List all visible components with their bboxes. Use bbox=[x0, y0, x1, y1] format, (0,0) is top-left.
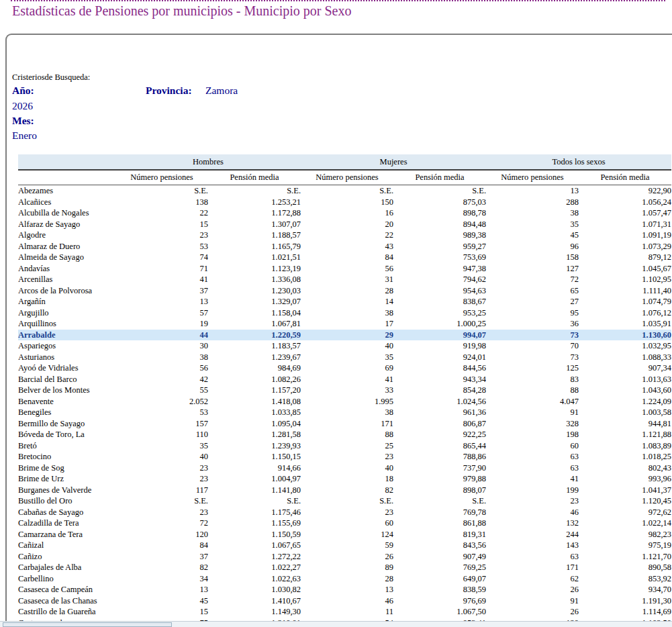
table-row[interactable]: Benavente 2.052 1.418,08 1.995 1.024,56 … bbox=[18, 396, 671, 407]
todos-numero-cell: 70 bbox=[486, 340, 579, 352]
todos-numero-cell: 88 bbox=[486, 385, 579, 396]
mujeres-numero-cell: 40 bbox=[301, 463, 393, 474]
mujeres-media-cell: 994,07 bbox=[393, 330, 486, 341]
table-row[interactable]: Andavías 71 1.123,19 56 947,38 127 1.045… bbox=[18, 263, 671, 275]
mujeres-numero-cell: 23 bbox=[301, 451, 393, 463]
table-row[interactable]: Argañín 13 1.329,07 14 838,67 27 1.074,7… bbox=[18, 296, 671, 307]
hombres-media-cell: 1.410,67 bbox=[208, 595, 301, 607]
municipality-cell: Camarzana de Tera bbox=[18, 529, 115, 540]
municipality-cell: Arquillinos bbox=[18, 318, 115, 330]
table-row[interactable]: Calzadilla de Tera 72 1.155,69 60 861,88… bbox=[18, 518, 671, 529]
horizontal-scrollbar[interactable] bbox=[0, 621, 672, 627]
table-row[interactable]: Bustillo del Oro S.E. S.E. S.E. S.E. 23 … bbox=[18, 495, 671, 507]
hombres-numero-cell: 37 bbox=[115, 285, 208, 297]
table-row[interactable]: Asturianos 38 1.239,67 35 924,01 73 1.08… bbox=[18, 352, 671, 363]
hombres-numero-cell: 110 bbox=[115, 429, 208, 440]
todos-media-cell: 1.111,40 bbox=[579, 285, 671, 297]
municipality-cell: Bretocino bbox=[18, 451, 115, 463]
todos-media-cell: 1.071,31 bbox=[579, 219, 671, 230]
table-row[interactable]: Casaseca de las Chanas 45 1.410,67 46 97… bbox=[18, 595, 671, 607]
table-row[interactable]: Camarzana de Tera 120 1.150,59 124 819,3… bbox=[18, 529, 671, 540]
hombres-media-cell: S.E. bbox=[208, 495, 301, 507]
todos-media-cell: 975,19 bbox=[579, 540, 671, 551]
table-row[interactable]: Bretó 35 1.239,93 25 865,44 60 1.083,89 bbox=[18, 440, 671, 452]
table-row[interactable]: Algodre 23 1.188,57 22 989,38 45 1.091,1… bbox=[18, 230, 671, 241]
table-row[interactable]: Abezames S.E. S.E. S.E. S.E. 13 922,90 bbox=[18, 185, 671, 197]
table-row[interactable]: Bermillo de Sayago 157 1.095,04 171 806,… bbox=[18, 418, 671, 430]
mujeres-media-cell: 989,38 bbox=[393, 230, 486, 241]
todos-media-cell: 1.022,14 bbox=[579, 518, 671, 529]
group-header-row: Hombres Mujeres Todos los sexos bbox=[18, 154, 671, 170]
municipality-cell: Argujillo bbox=[18, 307, 115, 319]
mujeres-numero-cell: 16 bbox=[301, 207, 393, 219]
table-row[interactable]: Alcañices 138 1.253,21 150 875,03 288 1.… bbox=[18, 197, 671, 208]
hombres-numero-cell: 120 bbox=[115, 529, 208, 540]
municipality-cell: Cañizal bbox=[18, 540, 115, 551]
todos-numero-cell: 62 bbox=[486, 573, 579, 585]
hombres-numero-cell: 23 bbox=[115, 463, 208, 474]
todos-media-cell: 907,34 bbox=[579, 363, 671, 374]
table-row[interactable]: Cañizal 84 1.067,65 59 843,56 143 975,19 bbox=[18, 540, 671, 551]
mujeres-media-cell: 649,07 bbox=[393, 573, 486, 585]
table-row[interactable]: Arcenillas 41 1.336,08 31 794,62 72 1.10… bbox=[18, 274, 671, 285]
todos-media-cell: 993,96 bbox=[579, 473, 671, 485]
table-row[interactable]: Castrillo de la Guareña 15 1.149,30 11 1… bbox=[18, 606, 671, 618]
hombres-numero-cell: 23 bbox=[115, 230, 208, 241]
todos-numero-cell: 73 bbox=[486, 330, 579, 341]
table-row[interactable]: Aspariegos 30 1.183,57 40 919,98 70 1.03… bbox=[18, 340, 671, 352]
table-row[interactable]: Bóveda de Toro, La 110 1.281,58 88 922,2… bbox=[18, 429, 671, 440]
hombres-media-cell: 1.158,04 bbox=[208, 307, 301, 319]
table-row[interactable]: Arrabalde 44 1.220,59 29 994,07 73 1.130… bbox=[18, 330, 671, 341]
municipality-cell: Arcenillas bbox=[18, 274, 115, 285]
page-title[interactable]: Estadísticas de Pensiones por municipios… bbox=[12, 3, 352, 19]
mujeres-media-cell: 1.000,25 bbox=[393, 318, 486, 330]
table-row[interactable]: Alcubilla de Nogales 22 1.172,88 16 898,… bbox=[18, 207, 671, 219]
table-row[interactable]: Arquillinos 19 1.067,81 17 1.000,25 36 1… bbox=[18, 318, 671, 330]
table-row[interactable]: Cabañas de Sayago 23 1.175,46 23 769,78 … bbox=[18, 507, 671, 518]
table-row[interactable]: Casaseca de Campeán 13 1.030,82 13 838,5… bbox=[18, 584, 671, 595]
municipality-cell: Bóveda de Toro, La bbox=[18, 429, 115, 440]
hombres-media-cell: 914,66 bbox=[208, 463, 301, 474]
hombres-media-cell: 1.188,57 bbox=[208, 230, 301, 241]
table-row[interactable]: Barcial del Barco 42 1.082,26 41 943,34 … bbox=[18, 374, 671, 385]
mujeres-media-cell: 843,56 bbox=[393, 540, 486, 551]
table-row[interactable]: Argujillo 57 1.158,04 38 953,25 95 1.076… bbox=[18, 307, 671, 319]
table-row[interactable]: Bretocino 40 1.150,15 23 788,86 63 1.018… bbox=[18, 451, 671, 463]
hombres-media-cell: 1.220,59 bbox=[208, 330, 301, 341]
hombres-numero-cell: 138 bbox=[115, 197, 208, 208]
municipality-cell: Calzadilla de Tera bbox=[18, 518, 115, 529]
todos-numero-cell: 63 bbox=[486, 463, 579, 474]
todos-media-cell: 1.074,79 bbox=[579, 296, 671, 307]
table-row[interactable]: Belver de los Montes 55 1.157,20 33 854,… bbox=[18, 385, 671, 396]
mujeres-numero-cell: 25 bbox=[301, 440, 393, 452]
table-row[interactable]: Almeida de Sayago 74 1.021,51 84 753,69 … bbox=[18, 252, 671, 263]
municipality-cell: Abezames bbox=[18, 185, 115, 197]
mujeres-media-cell: 794,62 bbox=[393, 274, 486, 285]
todos-numero-cell: 4.047 bbox=[486, 396, 579, 407]
table-row[interactable]: Brime de Sog 23 914,66 40 737,90 63 802,… bbox=[18, 463, 671, 474]
table-row[interactable]: Carbajales de Alba 82 1.022,27 89 769,25… bbox=[18, 562, 671, 573]
table-row[interactable]: Brime de Urz 23 1.004,97 18 979,88 41 99… bbox=[18, 473, 671, 485]
hombres-media-cell: 1.022,63 bbox=[208, 573, 301, 585]
municipality-cell: Argañín bbox=[18, 296, 115, 307]
table-row[interactable]: Carbellino 34 1.022,63 28 649,07 62 853,… bbox=[18, 573, 671, 585]
table-row[interactable]: Burganes de Valverde 117 1.141,80 82 898… bbox=[18, 485, 671, 496]
table-row[interactable]: Cañizo 37 1.272,22 26 907,49 63 1.121,70 bbox=[18, 551, 671, 563]
table-row[interactable]: Ayoó de Vidriales 56 984,69 69 844,56 12… bbox=[18, 363, 671, 374]
mujeres-media-cell: 894,48 bbox=[393, 219, 486, 230]
table-row[interactable]: Arcos de la Polvorosa 37 1.230,03 28 954… bbox=[18, 285, 671, 297]
pensions-table: Hombres Mujeres Todos los sexos Número p… bbox=[18, 154, 671, 627]
table-row[interactable]: Benegiles 53 1.033,85 38 961,36 91 1.003… bbox=[18, 407, 671, 418]
group-header-hombres: Hombres bbox=[115, 154, 301, 170]
todos-media-cell: 1.018,25 bbox=[579, 451, 671, 463]
scrollbar-thumb[interactable] bbox=[3, 622, 172, 627]
table-row[interactable]: Alfaraz de Sayago 15 1.307,07 20 894,48 … bbox=[18, 219, 671, 230]
todos-numero-cell: 91 bbox=[486, 407, 579, 418]
mujeres-numero-cell: S.E. bbox=[301, 185, 393, 197]
municipality-cell: Ayoó de Vidriales bbox=[18, 363, 115, 374]
table-row[interactable]: Almaraz de Duero 53 1.165,79 43 959,27 9… bbox=[18, 241, 671, 252]
mujeres-media-cell: 838,67 bbox=[393, 296, 486, 307]
mujeres-media-cell: 979,88 bbox=[393, 473, 486, 485]
mujeres-media-cell: 898,78 bbox=[393, 207, 486, 219]
hombres-media-cell: 1.272,22 bbox=[208, 551, 301, 563]
